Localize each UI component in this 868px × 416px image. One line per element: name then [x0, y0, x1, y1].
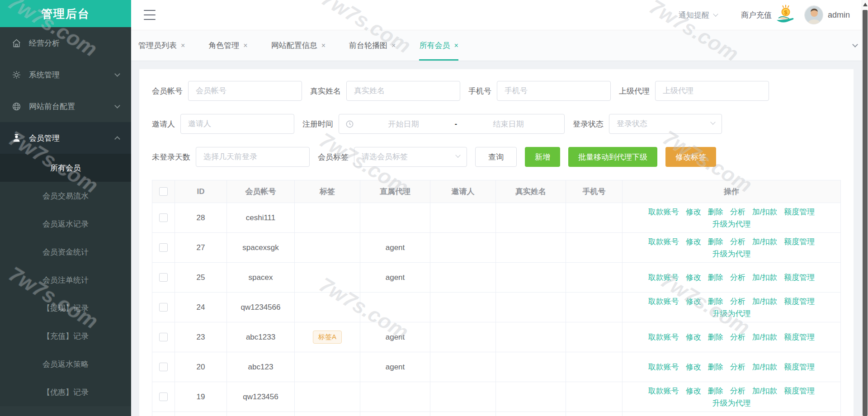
action-link[interactable]: 修改 — [686, 207, 701, 217]
action-link[interactable]: 分析 — [730, 207, 745, 217]
username[interactable]: admin — [828, 10, 850, 20]
sidebar-item-frontend-config[interactable]: 网站前台配置 — [0, 90, 131, 122]
sidebar-subitem[interactable]: 所有会员 — [0, 154, 131, 182]
row-checkbox[interactable] — [159, 273, 168, 282]
action-link[interactable]: 额度管理 — [784, 236, 815, 247]
sidebar-item-business-analysis[interactable]: 经营分析 — [0, 27, 131, 59]
action-link[interactable]: 修改 — [686, 332, 701, 342]
action-link[interactable]: 分析 — [730, 236, 745, 247]
action-link[interactable]: 取款账号 — [648, 386, 679, 396]
recharge-coin-icon[interactable]: $ — [775, 5, 796, 25]
tab-item[interactable]: 前台轮播图× — [349, 30, 396, 61]
action-link[interactable]: 取款账号 — [648, 207, 679, 217]
action-link[interactable]: 取款账号 — [648, 362, 679, 372]
row-checkbox[interactable] — [159, 363, 168, 371]
action-link[interactable]: 修改 — [686, 296, 701, 307]
sidebar-item-member-management[interactable]: 会员管理 — [0, 122, 131, 154]
member-tag-input[interactable] — [354, 147, 467, 167]
action-link[interactable]: 加/扣款 — [752, 236, 778, 247]
hamburger-menu-button[interactable] — [144, 10, 156, 20]
page-scrollbar[interactable] — [862, 0, 868, 416]
login-status-input[interactable] — [609, 114, 722, 134]
row-checkbox[interactable] — [159, 243, 168, 252]
filter-input[interactable] — [655, 81, 769, 101]
action-link[interactable]: 删除 — [708, 362, 723, 372]
sidebar-subitem[interactable]: 会员返水记录 — [0, 210, 131, 238]
edit-tags-button[interactable]: 修改标签 — [665, 147, 716, 167]
action-link[interactable]: 加/扣款 — [752, 362, 778, 372]
filter-input[interactable] — [346, 81, 460, 101]
sidebar-item-system-management[interactable]: 系统管理 — [0, 59, 131, 90]
sidebar-subitem[interactable]: 会员注单统计 — [0, 266, 131, 294]
filter-input[interactable] — [497, 81, 611, 101]
merchant-recharge-link[interactable]: 商户充值 — [741, 10, 772, 20]
action-link[interactable]: 修改 — [686, 362, 701, 372]
action-link[interactable]: 分析 — [730, 362, 745, 372]
action-link[interactable]: 删除 — [708, 332, 723, 342]
tab-active[interactable]: 所有会员× — [419, 30, 458, 61]
action-link[interactable]: 删除 — [708, 272, 723, 283]
scrollbar-thumb[interactable] — [863, 10, 868, 416]
row-checkbox[interactable] — [159, 303, 168, 312]
login-status-select[interactable] — [609, 114, 722, 134]
avatar[interactable] — [804, 5, 823, 24]
select-all-checkbox[interactable] — [159, 187, 168, 196]
tab-close-icon[interactable]: × — [454, 42, 458, 50]
sidebar-subitem[interactable]: 会员资金统计 — [0, 238, 131, 266]
inviter-input[interactable] — [180, 114, 294, 134]
action-link[interactable]: 升级为代理 — [712, 249, 751, 259]
batch-move-to-agent-button[interactable]: 批量移动到代理下级 — [568, 147, 657, 167]
action-link[interactable]: 升级为代理 — [712, 219, 751, 229]
end-date-placeholder[interactable]: 结束日期 — [459, 119, 558, 129]
filter-input[interactable] — [188, 81, 302, 101]
action-link[interactable]: 分析 — [730, 386, 745, 396]
action-link[interactable]: 修改 — [686, 386, 701, 396]
action-link[interactable]: 加/扣款 — [752, 272, 778, 283]
tab-close-icon[interactable]: × — [321, 42, 326, 50]
registration-date-range-picker[interactable]: 开始日期 - 结束日期 — [339, 114, 565, 134]
tab-close-icon[interactable]: × — [181, 42, 185, 50]
search-button[interactable]: 查询 — [475, 147, 517, 167]
action-link[interactable]: 分析 — [730, 332, 745, 342]
sidebar-subitem[interactable]: 【优惠】记录 — [0, 378, 131, 406]
action-link[interactable]: 分析 — [730, 272, 745, 283]
tab-item[interactable]: 管理员列表× — [138, 30, 185, 61]
row-checkbox[interactable] — [159, 333, 168, 341]
action-link[interactable]: 加/扣款 — [752, 386, 778, 396]
start-date-placeholder[interactable]: 开始日期 — [354, 119, 453, 129]
member-tag-select[interactable] — [354, 147, 467, 167]
action-link[interactable]: 删除 — [708, 236, 723, 247]
sidebar-subitem[interactable]: 【提现】记录 — [0, 294, 131, 322]
scrollbar-up-arrow-icon[interactable] — [863, 3, 868, 6]
action-link[interactable]: 额度管理 — [784, 332, 815, 342]
tab-item[interactable]: 网站配置信息× — [271, 30, 326, 61]
action-link[interactable]: 额度管理 — [784, 362, 815, 372]
tab-close-icon[interactable]: × — [392, 42, 396, 50]
tabbar-collapse-button[interactable] — [853, 30, 857, 61]
action-link[interactable]: 取款账号 — [648, 332, 679, 342]
action-link[interactable]: 修改 — [686, 236, 701, 247]
action-link[interactable]: 删除 — [708, 207, 723, 217]
add-button[interactable]: 新增 — [525, 147, 560, 167]
action-link[interactable]: 额度管理 — [784, 207, 815, 217]
action-link[interactable]: 取款账号 — [648, 236, 679, 247]
row-checkbox[interactable] — [159, 213, 168, 222]
action-link[interactable]: 额度管理 — [784, 272, 815, 283]
action-link[interactable]: 加/扣款 — [752, 332, 778, 342]
action-link[interactable]: 分析 — [730, 296, 745, 307]
action-link[interactable]: 取款账号 — [648, 272, 679, 283]
action-link[interactable]: 升级为代理 — [712, 398, 751, 408]
action-link[interactable]: 加/扣款 — [752, 207, 778, 217]
action-link[interactable]: 额度管理 — [784, 296, 815, 307]
sidebar-subitem[interactable]: 【充值】记录 — [0, 322, 131, 350]
no-login-days-input[interactable] — [196, 147, 310, 167]
row-checkbox[interactable] — [159, 392, 168, 401]
action-link[interactable]: 删除 — [708, 296, 723, 307]
action-link[interactable]: 升级为代理 — [712, 308, 751, 319]
sidebar-subitem[interactable]: 会员返水策略 — [0, 350, 131, 378]
action-link[interactable]: 修改 — [686, 272, 701, 283]
action-link[interactable]: 加/扣款 — [752, 296, 778, 307]
action-link[interactable]: 额度管理 — [784, 386, 815, 396]
action-link[interactable]: 删除 — [708, 386, 723, 396]
sidebar-subitem[interactable]: 会员交易流水 — [0, 182, 131, 210]
